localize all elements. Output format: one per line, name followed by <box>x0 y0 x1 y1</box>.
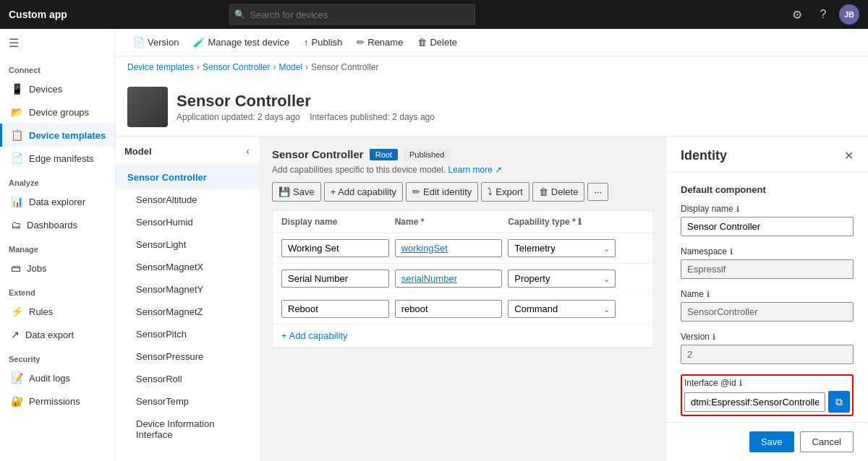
sidebar-menu-button[interactable]: ☰ <box>0 29 115 57</box>
tree-item-device-info-interface[interactable]: Device Information Interface <box>116 413 260 446</box>
tree-item-sensor-altitude[interactable]: SensorAltitude <box>116 189 260 211</box>
tree-item-sensor-humid[interactable]: SensorHumid <box>116 211 260 233</box>
device-image <box>127 87 168 127</box>
sidebar-item-label-device-groups: Device groups <box>29 107 89 118</box>
version-label: Version ℹ <box>681 332 854 342</box>
device-thumbnail <box>127 87 168 127</box>
sidebar-section-label-analyze: Analyze <box>0 170 115 190</box>
sidebar-section-label-manage: Manage <box>0 236 115 257</box>
tree-item-sensor-temp[interactable]: SensorTemp <box>116 390 260 413</box>
sidebar-item-audit-logs[interactable]: 📝 Audit logs <box>0 366 115 389</box>
identity-title: Identity <box>681 148 727 163</box>
identity-cancel-button[interactable]: Cancel <box>800 431 854 452</box>
interface-id-input[interactable] <box>684 392 825 412</box>
namespace-field: Namespace ℹ <box>681 246 854 279</box>
tree-item-sensor-roll[interactable]: SensorRoll <box>116 368 260 390</box>
sidebar-item-data-explorer[interactable]: 📊 Data explorer <box>0 190 115 213</box>
edit-icon: ✏ <box>412 186 420 197</box>
display-name-reboot[interactable] <box>281 300 389 318</box>
version-input[interactable] <box>681 345 854 364</box>
display-name-info-icon: ℹ <box>736 204 739 214</box>
jobs-icon: 🗃 <box>11 262 21 274</box>
display-name-serial-number[interactable] <box>281 270 389 288</box>
app-name: Custom app <box>9 9 67 20</box>
sidebar-item-dashboards[interactable]: 🗂 Dashboards <box>0 213 115 236</box>
edit-identity-button[interactable]: ✏ Edit identity <box>406 182 478 202</box>
sidebar-item-label-dashboards: Dashboards <box>27 220 77 231</box>
tree-item-sensor-pitch[interactable]: SensorPitch <box>116 323 260 345</box>
sidebar-item-devices[interactable]: 📱 Devices <box>0 77 115 100</box>
editor-delete-button[interactable]: 🗑 Delete <box>532 182 585 202</box>
data-explorer-icon: 📊 <box>11 196 23 207</box>
publish-button[interactable]: ↑ Publish <box>298 33 348 51</box>
add-capability-label: + Add capability <box>331 186 396 197</box>
breadcrumb-model[interactable]: Model <box>278 62 302 72</box>
topbar-actions: ⚙ ? JB <box>787 4 859 25</box>
learn-more-link[interactable]: Learn more ↗ <box>448 165 502 175</box>
delete-button[interactable]: 🗑 Delete <box>412 33 463 51</box>
content-area: 📄 Version 🧪 Manage test device ↑ Publish… <box>116 29 868 461</box>
save-label: Save <box>293 186 315 197</box>
display-name-working-set[interactable] <box>281 239 389 257</box>
manage-test-device-button[interactable]: 🧪 Manage test device <box>187 33 295 51</box>
rename-button[interactable]: ✏ Rename <box>351 33 409 51</box>
breadcrumb-sensor-controller-1[interactable]: Sensor Controller <box>203 62 270 72</box>
template-content: Model ‹ Sensor Controller SensorAltitude… <box>116 137 868 461</box>
tree-item-sensor-magnety[interactable]: SensorMagnetY <box>116 278 260 301</box>
sidebar-item-device-templates[interactable]: 📋 Device templates <box>0 124 115 147</box>
manage-test-label: Manage test device <box>208 37 289 48</box>
export-button[interactable]: ⤵ Export <box>481 182 529 202</box>
capability-type-reboot[interactable]: Telemetry Property Command <box>508 300 616 318</box>
namespace-input[interactable] <box>681 259 854 279</box>
sidebar-item-rules[interactable]: ⚡ Rules <box>0 300 115 323</box>
sidebar-item-label-rules: Rules <box>29 306 53 317</box>
tree-item-sensor-controller[interactable]: Sensor Controller <box>116 166 260 189</box>
breadcrumb-device-templates[interactable]: Device templates <box>127 62 194 72</box>
name-serial-number[interactable] <box>395 270 503 288</box>
export-icon: ⤵ <box>488 186 493 197</box>
sidebar-item-edge-manifests[interactable]: 📄 Edge manifests <box>0 147 115 170</box>
capability-type-working-set[interactable]: Telemetry Property Command <box>508 239 616 257</box>
tree-item-sensor-magnetz[interactable]: SensorMagnetZ <box>116 301 260 323</box>
device-subtitle: Application updated: 2 days ago Interfac… <box>176 112 435 122</box>
name-input[interactable] <box>681 302 854 322</box>
help-button[interactable]: ? <box>813 4 833 25</box>
add-capability-button[interactable]: + Add capability <box>324 182 403 202</box>
publish-label: Publish <box>312 37 343 48</box>
device-title: Sensor Controller <box>176 92 435 111</box>
tree-header: Model ‹ <box>116 137 260 166</box>
name-working-set[interactable] <box>395 239 503 257</box>
name-reboot[interactable] <box>395 300 503 318</box>
tree-item-sensor-magnetx[interactable]: SensorMagnetX <box>116 256 260 278</box>
add-capability-footer-button[interactable]: + Add capability <box>273 324 356 347</box>
tree-item-sensor-pressure[interactable]: SensorPressure <box>116 345 260 368</box>
tree-item-sensor-light[interactable]: SensorLight <box>116 233 260 256</box>
capability-type-serial-number[interactable]: Telemetry Property Command <box>508 270 616 288</box>
sidebar-item-permissions[interactable]: 🔐 Permissions <box>0 389 115 413</box>
sidebar-item-label-audit-logs: Audit logs <box>29 373 70 384</box>
sidebar-item-label-permissions: Permissions <box>29 396 80 407</box>
version-label: Version <box>148 37 179 48</box>
avatar[interactable]: JB <box>839 4 859 25</box>
editor-save-button[interactable]: 💾 Save <box>272 182 321 202</box>
sidebar-item-device-groups[interactable]: 📂 Device groups <box>0 100 115 124</box>
sidebar-section-connect: Connect 📱 Devices 📂 Device groups 📋 Devi… <box>0 57 115 170</box>
identity-close-button[interactable]: ✕ <box>844 149 854 163</box>
identity-save-button[interactable]: Save <box>749 431 794 452</box>
interface-id-copy-button[interactable]: ⧉ <box>828 391 850 413</box>
display-name-input[interactable] <box>681 217 854 236</box>
tree-collapse-button[interactable]: ‹ <box>244 144 251 158</box>
sidebar-item-data-export[interactable]: ↗ Data export <box>0 323 115 346</box>
editor-panel: Sensor Controller Root Published Add cap… <box>260 137 665 461</box>
version-button[interactable]: 📄 Version <box>127 33 184 51</box>
interface-id-label: Interface @id ℹ <box>684 378 850 388</box>
search-input[interactable] <box>229 4 475 25</box>
more-actions-button[interactable]: ··· <box>587 183 608 201</box>
settings-button[interactable]: ⚙ <box>787 4 807 25</box>
device-interfaces-published: Interfaces published: 2 days ago <box>310 112 435 122</box>
sidebar-item-label-device-templates: Device templates <box>29 130 106 141</box>
sidebar-section-manage: Manage 🗃 Jobs <box>0 236 115 280</box>
display-name-field: Display name ℹ <box>681 204 854 236</box>
tree-title: Model <box>124 146 152 157</box>
sidebar-item-jobs[interactable]: 🗃 Jobs <box>0 257 115 280</box>
